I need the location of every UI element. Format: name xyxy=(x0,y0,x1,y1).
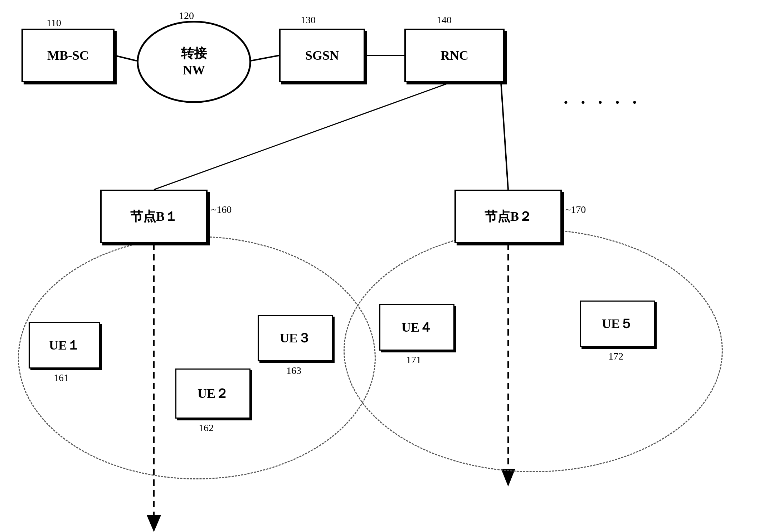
ue4-node: UE４ xyxy=(379,304,454,351)
svg-marker-6 xyxy=(147,515,161,532)
ue1-ref: 161 xyxy=(54,372,69,384)
nodeb1-label: 节点B１ xyxy=(130,208,177,225)
ue5-label: UE５ xyxy=(602,315,633,333)
transfer-node: 转接NW xyxy=(137,21,251,103)
sgsn-ref: 130 xyxy=(301,14,316,26)
ue5-ref: 172 xyxy=(608,351,623,362)
rnc-label: RNC xyxy=(441,48,468,63)
nodeb1-node: 节点B１ xyxy=(100,190,208,243)
ue2-node: UE２ xyxy=(175,369,250,419)
transfer-label: 转接NW xyxy=(181,45,207,79)
ue3-node: UE３ xyxy=(258,315,333,361)
svg-line-4 xyxy=(501,82,508,190)
diagram: MB-SC 110 转接NW 120 SGSN 130 RNC 140 ・・・・… xyxy=(0,0,759,532)
dots-indicator: ・・・・・ xyxy=(558,93,644,113)
cell2-boundary xyxy=(344,229,723,472)
nodeb2-node: 节点B２ xyxy=(454,190,562,243)
svg-line-0 xyxy=(115,55,137,61)
rnc-ref: 140 xyxy=(437,14,452,26)
ue5-node: UE５ xyxy=(580,301,655,347)
sgsn-node: SGSN xyxy=(279,29,365,82)
mbsc-ref: 110 xyxy=(47,17,61,29)
sgsn-label: SGSN xyxy=(305,48,339,63)
ue2-ref: 162 xyxy=(199,422,214,434)
ue4-label: UE４ xyxy=(402,319,432,336)
transfer-ref: 120 xyxy=(179,10,194,21)
ue1-node: UE１ xyxy=(29,322,100,369)
ue1-label: UE１ xyxy=(49,337,80,354)
ue3-label: UE３ xyxy=(280,330,311,347)
ue3-ref: 163 xyxy=(286,365,301,376)
mbsc-node: MB-SC xyxy=(21,29,115,82)
svg-line-1 xyxy=(250,55,279,61)
nodeb1-ref: ~160 xyxy=(211,204,232,215)
ue4-ref: 171 xyxy=(406,354,421,366)
nodeb2-label: 节点B２ xyxy=(485,208,532,225)
rnc-node: RNC xyxy=(404,29,505,82)
nodeb2-ref: ~170 xyxy=(565,204,586,215)
ue2-label: UE２ xyxy=(198,385,228,402)
mbsc-label: MB-SC xyxy=(47,48,89,63)
